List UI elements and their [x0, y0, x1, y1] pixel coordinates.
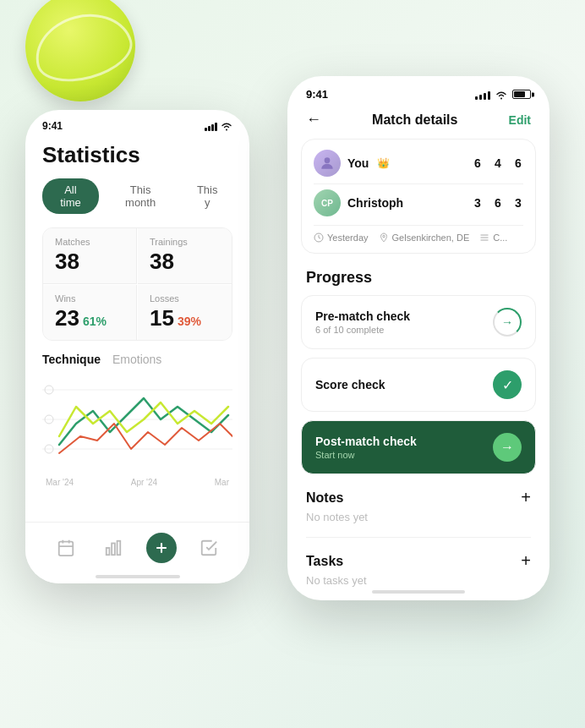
- progress-item-scorecheck[interactable]: Score check ✓: [301, 358, 536, 412]
- stat-wins: Wins 23 61%: [43, 285, 137, 340]
- nav-plus[interactable]: [146, 533, 177, 563]
- battery-icon: [512, 90, 531, 99]
- stat-trainings-value: 38: [150, 249, 220, 275]
- nav-chart[interactable]: [98, 533, 128, 563]
- progress-item-prematch[interactable]: Pre-match check 6 of 10 complete →: [301, 295, 536, 349]
- meta-location-text: Gelsenkirchen, DE: [392, 233, 470, 243]
- home-indicator-right: [372, 590, 465, 594]
- scorecheck-title: Score check: [315, 378, 385, 391]
- prematch-title: Pre-match check: [315, 309, 410, 323]
- svg-rect-6: [59, 542, 74, 556]
- home-indicator-left: [96, 575, 180, 578]
- meta-type: C...: [479, 233, 507, 243]
- notes-header: Notes +: [306, 488, 531, 507]
- player-name-christoph: Christoph: [347, 196, 403, 210]
- match-meta: Yesterday Gelsenkirchen, DE C...: [314, 225, 523, 243]
- score-ch-set3: 3: [513, 196, 523, 210]
- filter-tab-thismonth[interactable]: This month: [104, 178, 178, 214]
- stat-losses-pct: 39%: [178, 315, 201, 328]
- player-name-you: You: [347, 156, 369, 170]
- wifi-icon: [221, 121, 232, 131]
- signal-icon: [205, 121, 217, 131]
- postmatch-title: Post-match check: [315, 435, 417, 448]
- score-cells-christoph: 3 6 3: [473, 196, 523, 210]
- chart-area: [42, 373, 232, 474]
- page-title: Statistics: [25, 135, 249, 178]
- chart-xlabel-2: Apr '24: [131, 478, 157, 487]
- right-phone: 9:41 ← Match details Edit: [287, 76, 549, 600]
- score-ch-set1: 3: [473, 196, 483, 210]
- player-info-you: You 👑: [314, 150, 473, 177]
- nav-calendar[interactable]: [51, 533, 81, 563]
- chart-tab-technique[interactable]: Technique: [42, 353, 101, 366]
- score-you-set1: 6: [473, 156, 483, 170]
- prematch-progress-circle: →: [493, 308, 522, 337]
- avatar-you: [314, 150, 341, 177]
- chart-xlabel-1: Mar '24: [46, 478, 74, 487]
- filter-tab-thisyear[interactable]: This y: [182, 178, 232, 214]
- score-cells-you: 6 4 6: [473, 156, 523, 170]
- tasks-header: Tasks +: [306, 551, 531, 571]
- chart-svg: [42, 373, 232, 474]
- stat-matches-value: 38: [55, 249, 124, 275]
- progress-item-postmatch[interactable]: Post-match check Start now →: [301, 420, 536, 474]
- svg-rect-12: [118, 541, 121, 556]
- postmatch-sub: Start now: [315, 450, 417, 460]
- svg-point-17: [382, 235, 385, 238]
- stat-trainings: Trainings 38: [138, 228, 232, 284]
- scorecheck-complete-icon: ✓: [493, 370, 522, 399]
- tasks-section: Tasks + No tasks yet: [287, 546, 549, 592]
- back-button[interactable]: ←: [306, 111, 321, 129]
- tennis-ball-decoration: [25, 0, 135, 101]
- chart-section: Technique Emotions Ma: [25, 353, 249, 487]
- score-you-set3: 6: [513, 156, 523, 170]
- stat-wins-pct: 61%: [83, 315, 107, 328]
- progress-title: Progress: [287, 265, 549, 295]
- clock-icon: [314, 233, 324, 243]
- progress-item-prematch-text: Pre-match check 6 of 10 complete: [315, 309, 410, 335]
- chart-xlabel-3: Mar: [215, 478, 229, 487]
- svg-point-15: [325, 157, 331, 163]
- edit-button[interactable]: Edit: [509, 113, 531, 127]
- right-wifi-icon: [495, 90, 507, 100]
- nav-check[interactable]: [194, 533, 224, 563]
- location-icon: [379, 233, 389, 243]
- notes-tasks-divider: [306, 537, 531, 538]
- stat-trainings-label: Trainings: [150, 237, 220, 247]
- right-header: ← Match details Edit: [287, 107, 549, 139]
- filter-tabs-container: All time This month This y: [25, 178, 249, 227]
- stat-wins-label: Wins: [55, 293, 124, 304]
- left-phone: 9:41 Statistics All time This month This…: [25, 110, 249, 583]
- right-signal-icon: [475, 90, 490, 100]
- meta-type-text: C...: [493, 233, 507, 243]
- progress-item-postmatch-text: Post-match check Start now: [315, 435, 417, 460]
- tasks-add-button[interactable]: +: [521, 551, 531, 571]
- crown-icon: 👑: [377, 157, 390, 169]
- right-status-bar: 9:41: [287, 76, 549, 107]
- postmatch-arrow-icon: →: [493, 433, 522, 462]
- chart-x-labels: Mar '24 Apr '24 Mar: [42, 478, 232, 487]
- player-row-you: You 👑 6 4 6: [314, 150, 523, 177]
- meta-date-text: Yesterday: [327, 233, 369, 243]
- right-time: 9:41: [306, 88, 328, 101]
- stat-losses-value: 15: [150, 305, 174, 331]
- svg-rect-10: [107, 548, 110, 555]
- score-ch-set2: 6: [493, 196, 503, 210]
- progress-item-scorecheck-text: Score check: [315, 378, 385, 391]
- meta-location: Gelsenkirchen, DE: [379, 233, 470, 243]
- prematch-sub: 6 of 10 complete: [315, 325, 410, 335]
- tasks-empty-text: No tasks yet: [306, 574, 531, 587]
- chart-tabs: Technique Emotions: [42, 353, 232, 366]
- player-row-christoph: CP Christoph 3 6 3: [314, 189, 523, 216]
- stat-matches-label: Matches: [55, 237, 124, 247]
- score-you-set2: 4: [493, 156, 503, 170]
- left-status-bar: 9:41: [25, 110, 249, 135]
- list-icon: [479, 233, 489, 243]
- chart-tab-emotions[interactable]: Emotions: [112, 353, 161, 366]
- filter-tab-alltime[interactable]: All time: [42, 178, 99, 214]
- stat-wins-value: 23: [55, 305, 79, 331]
- notes-add-button[interactable]: +: [521, 488, 531, 507]
- left-time: 9:41: [42, 120, 63, 132]
- svg-rect-11: [112, 544, 116, 556]
- notes-empty-text: No notes yet: [306, 511, 531, 523]
